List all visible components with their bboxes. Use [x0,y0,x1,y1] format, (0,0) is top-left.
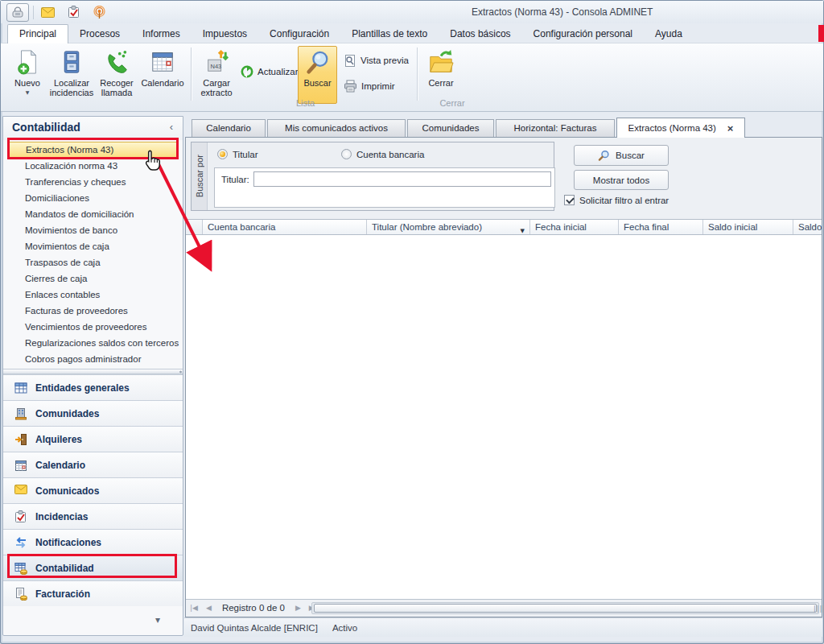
sidebar-item-cobros-pagos-administrador[interactable]: Cobros pagos administrador [3,351,183,367]
sidebar-item-domiciliaciones[interactable]: Domiciliaciones [3,190,183,206]
sidebar-section-entidades-generales[interactable]: Entidades generales [3,374,183,400]
previous-record-icon[interactable]: ◀ [202,604,216,612]
sidebar-item-list: Extractos (Norma 43) Localización norma … [3,142,183,367]
sidebar-section-comunidades[interactable]: Comunidades [3,400,183,426]
first-record-icon[interactable]: |◀ [186,604,202,612]
mail-icon [14,485,27,497]
ribbon-tab-informes[interactable]: Informes [131,25,192,43]
doc-tab-comunidades[interactable]: Comunidades [407,119,494,137]
ribbon-group-lista-label: Lista [195,98,416,108]
cargar-extracto-button[interactable]: N43 Cargar extracto [195,46,238,104]
record-navigator: |◀ ◀ Registro 0 de 0 ▶ ▶| ◀ |||| [186,599,822,616]
sidebar-section-alquileres[interactable]: Alquileres [3,426,183,452]
radio-titular[interactable]: Titular [217,149,258,159]
vista-previa-button[interactable]: Vista previa [344,52,409,69]
ribbon-tab-plantillas[interactable]: Plantillas de texto [340,25,439,43]
sidebar-section-contabilidad[interactable]: Contabilidad [3,555,183,580]
grid-empty-body[interactable] [186,235,822,599]
sidebar-section-notificaciones[interactable]: Notificaciones [3,529,183,555]
sidebar-overflow-chevron-icon[interactable]: ▾ [155,614,160,625]
nuevo-button[interactable]: Nuevo ▼ [7,46,47,104]
app-menu-button[interactable] [6,3,29,22]
ribbon-tab-impuestos[interactable]: Impuestos [192,25,258,43]
printer-icon [344,80,357,93]
titular-input[interactable] [253,171,551,187]
buscar-ribbon-button[interactable]: Buscar [298,46,337,104]
document-tab-strip: Calendario Mis comunicados activos Comun… [185,118,822,138]
sidebar-item-tranferencias-y-cheques[interactable]: Tranferencias y cheques [3,174,183,190]
file-cabinet-icon [49,49,94,76]
horizontal-scrollbar-thumb[interactable]: |||| [314,604,817,613]
sidebar-section-incidencias[interactable]: Incidencias [3,503,183,529]
ribbon-tab-ayuda[interactable]: Ayuda [644,25,694,43]
column-header-titular[interactable]: Titular (Nombre abreviado) ▼ [367,220,530,234]
doc-tab-extractos-norma-43[interactable]: Extractos (Norma 43) × [616,118,745,138]
mostrar-todos-button[interactable]: Mostrar todos [574,170,669,190]
sidebar-item-vencimientos-proveedores[interactable]: Vencimientos de proveedores [3,319,183,335]
sidebar-item-traspasos-caja[interactable]: Traspasos de caja [3,254,183,270]
status-state: Activo [318,623,357,633]
doc-tab-mis-comunicados-activos[interactable]: Mis comunicados activos [267,119,406,137]
solicitar-filtro-checkbox[interactable]: Solicitar filtro al entrar [564,195,669,205]
ribbon-tab-procesos[interactable]: Procesos [68,25,131,43]
imprimir-button[interactable]: Imprimir [344,77,395,95]
column-filter-dropdown-icon[interactable]: ▼ [521,224,525,234]
horizontal-scrollbar[interactable]: |||| [311,602,819,614]
radio-titular-circle[interactable] [217,149,228,159]
doc-tab-label: Extractos (Norma 43) [628,118,716,138]
buscar-button[interactable]: Buscar [574,145,669,166]
sidebar-item-extractos-norma-43[interactable]: Extractos (Norma 43) [7,142,179,158]
recoger-llamada-button[interactable]: Recoger llamada [96,46,138,104]
ribbon-group-separator [191,47,192,101]
refresh-icon [241,65,253,78]
close-tab-icon[interactable]: × [727,123,734,134]
sidebar-section-facturacion[interactable]: Facturación [3,580,183,606]
ribbon-tab-configuracion[interactable]: Configuración [258,25,340,43]
sidebar-item-enlaces-contables[interactable]: Enlaces contables [3,287,183,303]
radio-titular-label: Titular [233,150,258,159]
ribbon-tab-principal[interactable]: Principal [7,24,68,43]
sidebar-item-cierres-caja[interactable]: Cierres de caja [3,270,183,287]
radio-cuenta-circle[interactable] [341,149,352,159]
title-bar: Extractos (Norma 43) - Consola ADMINET [1,1,823,23]
search-icon [299,49,336,76]
close-folder-icon [421,49,461,76]
ribbon-tab-datos-basicos[interactable]: Datos básicos [439,25,521,43]
tasks-quick-icon[interactable] [65,5,81,19]
localizar-incidencias-label: Localizar incidencias [49,78,94,97]
column-header-cuenta-bancaria[interactable]: Cuenta bancaria [203,220,367,234]
column-header-fecha-inicial[interactable]: Fecha inicial [530,220,619,234]
sidebar-section-calendario[interactable]: Calendario [3,452,183,477]
ribbon-tab-configuracion-personal[interactable]: Configuración personal [522,25,644,43]
column-header-saldo-inicial[interactable]: Saldo inicial [703,220,793,234]
doc-tab-horizontal-facturas[interactable]: Horizontal: Facturas [496,119,615,137]
sidebar-item-movimientos-banco[interactable]: Movimientos de banco [3,222,183,238]
sidebar-item-regularizaciones-saldos[interactable]: Regularizaciones saldos con terceros [3,335,183,351]
actualizar-button[interactable]: Actualizar [241,63,299,80]
calendario-ribbon-label: Calendario [138,78,187,88]
radio-cuenta-bancaria[interactable]: Cuenta bancaria [341,149,424,159]
broadcast-quick-icon[interactable] [91,5,107,19]
extractos-page: Buscar por Titular Cuenta bancaria Titul… [185,138,822,617]
status-bar: David Quintas Alcalde [ENRIC] Activo [184,617,822,637]
print-preview-icon [344,54,356,68]
checkbox-checked-icon[interactable] [564,195,575,205]
sidebar-section-comunicados[interactable]: Comunicados [3,477,183,503]
cerrar-button[interactable]: Cerrar [420,46,462,104]
sidebar-collapse-icon[interactable]: ‹ [170,121,173,133]
sidebar-item-facturas-proveedores[interactable]: Facturas de proveedores [3,303,183,319]
sidebar-item-movimientos-caja[interactable]: Movimientos de caja [3,238,183,254]
calendario-ribbon-button[interactable]: Calendario [138,46,187,104]
mail-quick-icon[interactable] [39,5,56,19]
column-header-fecha-final[interactable]: Fecha final [619,220,703,234]
localizar-incidencias-button[interactable]: Localizar incidencias [48,46,95,104]
mostrar-todos-label: Mostrar todos [593,175,649,185]
next-record-icon[interactable]: ▶ [291,604,305,612]
sidebar-item-localizacion-norma-43[interactable]: Localización norma 43 [3,158,183,174]
new-document-icon [8,49,47,76]
doc-tab-calendario[interactable]: Calendario [192,119,266,137]
column-header-saldo-final[interactable]: Saldo final [793,220,822,234]
titular-field-box: Titular: [214,167,555,208]
sidebar-splitter[interactable] [3,369,183,374]
sidebar-item-mandatos-domiciliacion[interactable]: Mandatos de domiciliación [3,206,183,222]
